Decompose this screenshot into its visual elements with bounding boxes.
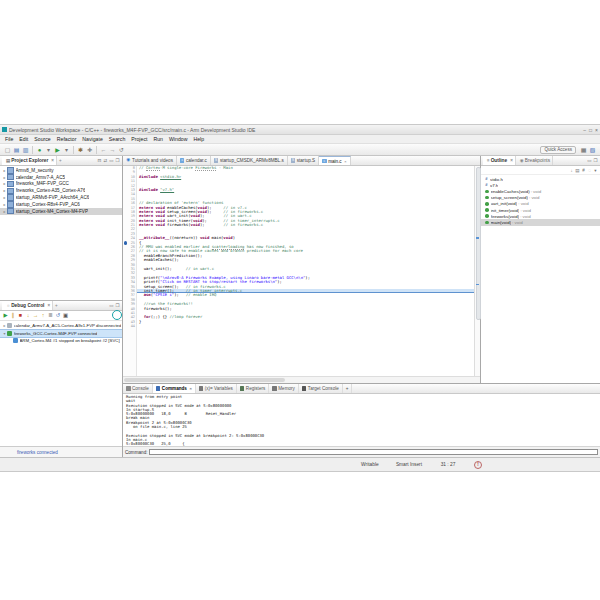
disconnect-icon[interactable]: ▣ bbox=[62, 312, 69, 319]
menu-navigate[interactable]: Navigate bbox=[79, 135, 105, 143]
project-item[interactable]: ▸calendar_Armv7-A_AC5 bbox=[0, 174, 122, 181]
maximize-icon[interactable]: ❒ bbox=[115, 158, 120, 163]
navigate-forward-icon[interactable]: → bbox=[109, 146, 117, 154]
new-icon[interactable]: ▢ bbox=[4, 146, 12, 154]
menu-edit[interactable]: Edit bbox=[16, 135, 31, 143]
editor-tab-calendar-c[interactable]: ccalendar.c bbox=[177, 156, 211, 165]
close-window-icon[interactable]: × bbox=[595, 127, 598, 133]
tab-registers[interactable]: Registers bbox=[237, 384, 269, 393]
title-bar[interactable]: Development Studio Workspace - C/C++ - f… bbox=[0, 125, 600, 135]
interrupt-icon[interactable]: ∥ bbox=[10, 312, 17, 319]
project-item[interactable]: ▸fireworks_M4F-FVP_GCC bbox=[0, 181, 122, 188]
hide-fields-icon[interactable]: ▤ bbox=[575, 168, 580, 173]
tab-target-console[interactable]: Target Console bbox=[299, 384, 343, 393]
dropdown-icon[interactable]: ▾ bbox=[45, 146, 53, 154]
tab-commands[interactable]: Commands× bbox=[153, 384, 196, 393]
error-log-icon[interactable]: ! bbox=[474, 461, 482, 469]
minimize-icon[interactable]: ▭ bbox=[109, 303, 114, 308]
hscroll-thumb[interactable] bbox=[124, 378, 285, 382]
commands-console[interactable]: Running from entry pointwaitExecution st… bbox=[123, 394, 600, 446]
new-view-tab-icon[interactable]: + bbox=[59, 158, 62, 163]
view-menu-icon[interactable]: ▾ bbox=[593, 168, 598, 173]
navigate-back-icon[interactable]: ← bbox=[100, 146, 108, 154]
project-item[interactable]: ▸fireworks_Cortex-A35_Cortex-A76 bbox=[0, 187, 122, 194]
menu-search[interactable]: Search bbox=[106, 135, 128, 143]
menu-project[interactable]: Project bbox=[128, 135, 150, 143]
new-wizard-icon[interactable]: ✚ bbox=[86, 146, 94, 154]
debug-connection-item[interactable]: ▸calendar_Armv7-A_AC5-Cortex-A9x1-FVP di… bbox=[0, 322, 122, 329]
overview-ruler[interactable] bbox=[474, 166, 480, 376]
minimize-window-icon[interactable]: – bbox=[583, 127, 586, 133]
step-out-icon[interactable]: ↑ bbox=[40, 312, 47, 319]
sort-icon[interactable]: ↓ bbox=[569, 168, 574, 173]
editor-tab-startup-cmsdk-armv8mbl-s[interactable]: Sstartup_CMSDK_ARMv8MBL.s bbox=[211, 156, 288, 165]
minimize-icon[interactable]: ▭ bbox=[587, 158, 592, 163]
debug-connection-item[interactable]: ▾fireworks_GCC-Cortex-M4F-FVP connected bbox=[0, 329, 122, 338]
last-edit-icon[interactable]: ↺ bbox=[118, 146, 126, 154]
new-view-tab-icon[interactable]: + bbox=[55, 303, 58, 308]
editor-tab-startup-s[interactable]: Sstartup.S bbox=[288, 156, 319, 165]
tab-debug-control[interactable]: ☼ Debug Control × bbox=[2, 301, 53, 310]
project-item[interactable]: ▸Armv8_M_security bbox=[0, 167, 122, 174]
project-item[interactable]: ▸startup_Cortex-R8x4-FVP_AC6 bbox=[0, 201, 122, 208]
tab--[interactable]: + bbox=[343, 384, 353, 393]
close-icon[interactable]: × bbox=[51, 158, 54, 163]
save-all-icon[interactable]: ▥ bbox=[22, 146, 30, 154]
code-line[interactable] bbox=[137, 324, 474, 328]
debug-connection-item[interactable]: ARM_Cortex-M4 #1 stopped on breakpoint #… bbox=[0, 338, 122, 345]
menu-help[interactable]: Help bbox=[190, 135, 207, 143]
project-item[interactable]: ▸startup_Cortex-M4_Cortex-M4-FVP bbox=[0, 208, 122, 215]
reset-icon[interactable]: ↺ bbox=[55, 312, 62, 319]
close-icon[interactable]: × bbox=[189, 386, 191, 391]
collapse-all-icon[interactable]: ⊟ bbox=[97, 158, 102, 163]
project-item[interactable]: ▸startup_ARMv8-FVP_AArch64_AC6 bbox=[0, 194, 122, 201]
debug-icon[interactable]: ● bbox=[36, 146, 44, 154]
step-into-icon[interactable]: ↓ bbox=[25, 312, 32, 319]
tab--x-variables[interactable]: (x)= Variables bbox=[196, 384, 237, 393]
code-area[interactable]: // Cortex-M single-core Fireworks - Main… bbox=[137, 166, 474, 376]
minimize-icon[interactable]: ▭ bbox=[109, 158, 114, 163]
stop-icon[interactable]: ■ bbox=[17, 312, 24, 319]
editor-tab-main-c[interactable]: cmain.c× bbox=[319, 156, 350, 165]
close-icon[interactable]: × bbox=[47, 303, 50, 308]
run-icon[interactable]: ▶ bbox=[54, 146, 62, 154]
menu-run[interactable]: Run bbox=[150, 135, 166, 143]
menu-source[interactable]: Source bbox=[31, 135, 53, 143]
build-icon[interactable]: ✱ bbox=[77, 146, 85, 154]
hide-macros-icon[interactable]: # bbox=[581, 168, 586, 173]
step-over-icon[interactable]: → bbox=[32, 312, 39, 319]
close-icon[interactable]: × bbox=[510, 158, 513, 163]
web-page-icon: ◉ bbox=[126, 158, 131, 163]
maximize-icon[interactable]: ❒ bbox=[115, 303, 120, 308]
scrollbar-thumb[interactable] bbox=[476, 167, 482, 320]
tab-breakpoints[interactable]: ◉Breakpoints bbox=[516, 156, 553, 165]
cpp-perspective-icon[interactable]: ▧ bbox=[589, 146, 597, 154]
outline-item-label: enableCaches(void) bbox=[491, 189, 530, 194]
link-editor-icon[interactable]: ⇄ bbox=[103, 158, 108, 163]
breakpoint-icon[interactable] bbox=[124, 241, 128, 245]
dropdown-icon[interactable]: ▾ bbox=[63, 146, 71, 154]
quick-access-button[interactable]: Quick Access bbox=[540, 146, 576, 154]
tab-console[interactable]: Console bbox=[123, 384, 153, 393]
tab-outline[interactable]: ≡Outline× bbox=[483, 156, 516, 165]
horizontal-scrollbar[interactable] bbox=[123, 376, 480, 383]
menu-window[interactable]: Window bbox=[166, 135, 190, 143]
outline-item-label: setup_screen(void) bbox=[491, 195, 528, 200]
close-icon[interactable]: × bbox=[344, 159, 346, 164]
maximize-window-icon[interactable]: □ bbox=[589, 127, 592, 133]
editor-tab-tutorials-and-videos[interactable]: ◉Tutorials and videos bbox=[123, 156, 177, 165]
command-input[interactable] bbox=[149, 449, 598, 456]
tab-memory[interactable]: Memory bbox=[269, 384, 299, 393]
maximize-icon[interactable]: ❒ bbox=[593, 158, 598, 163]
menu-refactor[interactable]: Refactor bbox=[54, 135, 80, 143]
menu-file[interactable]: File bbox=[2, 135, 16, 143]
instruction-stepping-icon[interactable]: ≣ bbox=[47, 312, 54, 319]
annotation-ruler[interactable] bbox=[123, 166, 128, 376]
project-label: startup_Cortex-R8x4-FVP_AC6 bbox=[16, 202, 80, 207]
hide-includes-icon[interactable]: ◌ bbox=[587, 168, 592, 173]
open-perspective-icon[interactable]: ▦ bbox=[580, 146, 588, 154]
connect-icon[interactable]: ▶ bbox=[2, 312, 9, 319]
save-icon[interactable]: ▤ bbox=[13, 146, 21, 154]
tab-project-explorer[interactable]: ▤ Project Explorer × bbox=[2, 156, 57, 165]
outline-item[interactable]: main(void) : void bbox=[481, 219, 600, 225]
